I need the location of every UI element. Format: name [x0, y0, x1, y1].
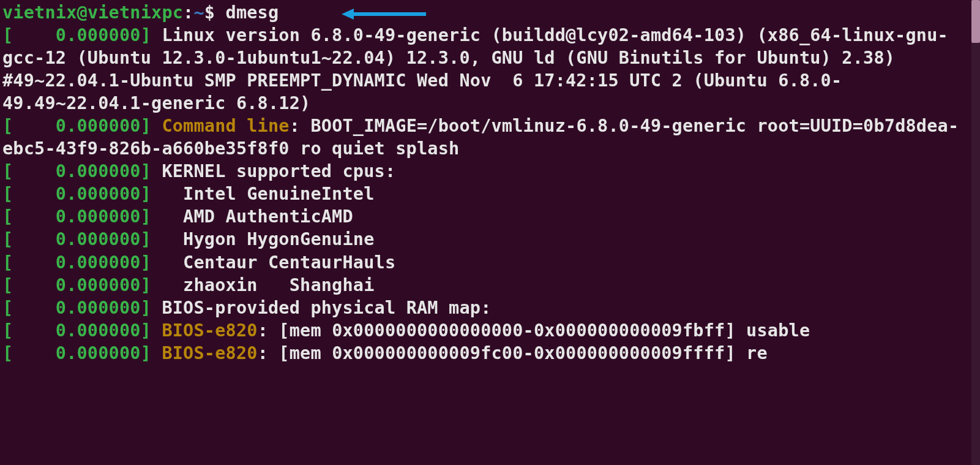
log-text: Hygon HygonGenuine: [151, 229, 375, 249]
dmesg-line: [ 0.000000] BIOS-e820: [mem 0x0000000000…: [2, 343, 768, 363]
timestamp-open: [: [2, 184, 13, 204]
timestamp-open: [: [2, 116, 13, 136]
dmesg-line: [ 0.000000] Command line: BOOT_IMAGE=/bo…: [2, 116, 959, 159]
log-label: Command line: [151, 116, 290, 136]
timestamp-close: ]: [141, 343, 151, 363]
timestamp-open: [: [2, 25, 13, 45]
dmesg-line: [ 0.000000] Intel GenuineIntel: [2, 184, 375, 204]
log-label: BIOS-e820: [151, 343, 258, 363]
timestamp-close: ]: [141, 206, 151, 227]
scrollbar-thumb[interactable]: [971, 0, 980, 43]
prompt-dollar: $: [204, 2, 226, 23]
timestamp-open: [: [2, 298, 13, 318]
timestamp-open: [: [2, 343, 13, 363]
timestamp-open: [: [2, 229, 13, 249]
log-text: AMD AuthenticAMD: [151, 206, 353, 227]
dmesg-line: [ 0.000000] AMD AuthenticAMD: [2, 206, 353, 227]
timestamp-value: 0.000000: [13, 206, 140, 227]
dmesg-line: [ 0.000000] KERNEL supported cpus:: [2, 161, 395, 181]
terminal-output[interactable]: vietnix@vietnixpc:~$ dmesg [ 0.000000] L…: [2, 1, 963, 365]
timestamp-value: 0.000000: [13, 252, 140, 273]
timestamp-value: 0.000000: [13, 116, 140, 136]
log-text: : [mem 0x000000000009fc00-0x000000000009…: [258, 343, 768, 363]
timestamp-close: ]: [141, 161, 151, 181]
timestamp-close: ]: [141, 298, 151, 318]
timestamp-close: ]: [141, 275, 151, 295]
dmesg-line: [ 0.000000] Hygon HygonGenuine: [2, 229, 375, 249]
prompt-colon: :: [183, 2, 193, 23]
timestamp-close: ]: [141, 320, 151, 341]
timestamp-open: [: [2, 275, 13, 295]
timestamp-value: 0.000000: [13, 275, 140, 295]
timestamp-open: [: [2, 252, 13, 273]
dmesg-line: [ 0.000000] zhaoxin Shanghai: [2, 275, 375, 295]
shell-prompt: vietnix@vietnixpc:~$: [2, 2, 226, 23]
log-label: BIOS-e820: [151, 320, 258, 341]
timestamp-open: [: [2, 161, 13, 181]
timestamp-value: 0.000000: [13, 25, 140, 45]
log-text: KERNEL supported cpus:: [151, 161, 395, 181]
timestamp-value: 0.000000: [13, 298, 140, 318]
dmesg-line: [ 0.000000] Linux version 6.8.0-49-gener…: [2, 25, 948, 113]
timestamp-open: [: [2, 320, 13, 341]
prompt-at: @: [77, 2, 88, 23]
log-text: Centaur CentaurHauls: [151, 252, 395, 273]
log-text: : [mem 0x0000000000000000-0x000000000009…: [258, 320, 810, 341]
timestamp-value: 0.000000: [13, 161, 140, 181]
log-text: zhaoxin Shanghai: [151, 275, 375, 295]
prompt-path: ~: [193, 2, 204, 23]
log-text: Intel GenuineIntel: [151, 184, 375, 204]
timestamp-close: ]: [141, 229, 151, 249]
dmesg-line: [ 0.000000] Centaur CentaurHauls: [2, 252, 395, 273]
timestamp-close: ]: [141, 116, 151, 136]
prompt-host: vietnixpc: [88, 2, 183, 23]
timestamp-close: ]: [141, 252, 151, 273]
timestamp-value: 0.000000: [13, 184, 140, 204]
timestamp-open: [: [2, 206, 13, 227]
prompt-user: vietnix: [2, 2, 77, 23]
timestamp-value: 0.000000: [13, 320, 140, 341]
scrollbar-track[interactable]: [971, 0, 980, 465]
timestamp-close: ]: [141, 184, 151, 204]
timestamp-close: ]: [141, 25, 151, 45]
timestamp-value: 0.000000: [13, 343, 140, 363]
dmesg-line: [ 0.000000] BIOS-e820: [mem 0x0000000000…: [2, 320, 810, 341]
dmesg-line: [ 0.000000] BIOS-provided physical RAM m…: [2, 298, 492, 318]
log-text: BIOS-provided physical RAM map:: [151, 298, 491, 318]
command-text: dmesg: [226, 2, 279, 23]
timestamp-value: 0.000000: [13, 229, 140, 249]
